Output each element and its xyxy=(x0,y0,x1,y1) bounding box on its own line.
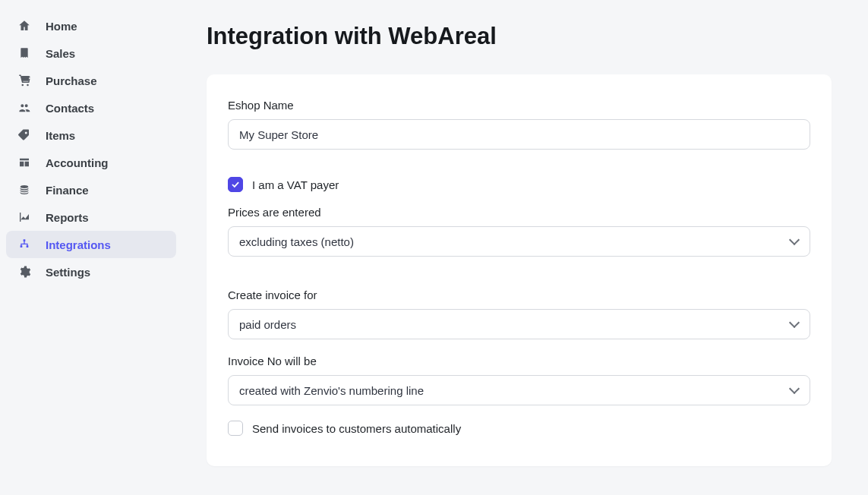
settings-card: Eshop Name I am a VAT payer Prices are e… xyxy=(207,74,832,466)
sidebar-item-items[interactable]: Items xyxy=(6,121,176,149)
sidebar-item-finance[interactable]: Finance xyxy=(6,176,176,203)
invoice-no-select[interactable]: created with Zenvio's numbering line xyxy=(228,375,810,405)
sidebar-item-reports[interactable]: Reports xyxy=(6,203,176,231)
coins-icon xyxy=(17,182,32,197)
sidebar-item-purchase[interactable]: Purchase xyxy=(6,67,176,94)
sidebar-item-label: Items xyxy=(46,129,75,142)
send-invoices-checkbox[interactable] xyxy=(228,421,243,436)
vat-payer-row[interactable]: I am a VAT payer xyxy=(228,177,810,192)
eshop-name-label: Eshop Name xyxy=(228,99,810,112)
eshop-name-group: Eshop Name xyxy=(228,99,810,150)
vat-payer-checkbox[interactable] xyxy=(228,177,243,192)
sidebar-item-home[interactable]: Home xyxy=(6,12,176,39)
sidebar-item-label: Purchase xyxy=(46,74,97,87)
sidebar: Home Sales Purchase Contacts Items xyxy=(0,0,176,495)
svg-point-0 xyxy=(21,84,24,87)
sidebar-item-label: Contacts xyxy=(46,102,94,115)
page-title: Integration with WebAreal xyxy=(207,23,832,50)
sidebar-item-label: Sales xyxy=(46,47,75,60)
send-invoices-label: Send invoices to customers automatically xyxy=(252,422,461,435)
columns-icon xyxy=(17,155,32,170)
create-invoice-select[interactable]: paid orders xyxy=(228,309,810,339)
prices-entered-label: Prices are entered xyxy=(228,206,810,219)
eshop-name-input[interactable] xyxy=(228,119,810,150)
svg-point-1 xyxy=(27,84,29,87)
sidebar-item-label: Accounting xyxy=(46,156,109,169)
create-invoice-group: Create invoice for paid orders xyxy=(228,288,810,339)
sidebar-item-settings[interactable]: Settings xyxy=(6,258,176,285)
prices-entered-group: Prices are entered excluding taxes (nett… xyxy=(228,206,810,257)
sidebar-item-label: Integrations xyxy=(46,238,111,251)
prices-entered-select[interactable]: excluding taxes (netto) xyxy=(228,226,810,257)
invoice-no-group: Invoice No will be created with Zenvio's… xyxy=(228,355,810,405)
cart-icon xyxy=(17,73,32,88)
vat-payer-label: I am a VAT payer xyxy=(252,178,339,191)
create-invoice-label: Create invoice for xyxy=(228,288,810,301)
sidebar-item-contacts[interactable]: Contacts xyxy=(6,94,176,121)
sidebar-item-accounting[interactable]: Accounting xyxy=(6,149,176,176)
main-content: Integration with WebAreal Eshop Name I a… xyxy=(176,0,868,495)
home-icon xyxy=(17,18,32,33)
receipt-icon xyxy=(17,46,32,61)
sidebar-item-label: Home xyxy=(46,20,77,33)
sidebar-item-sales[interactable]: Sales xyxy=(6,39,176,67)
send-invoices-row[interactable]: Send invoices to customers automatically xyxy=(228,421,810,436)
sidebar-item-label: Settings xyxy=(46,266,90,279)
sitemap-icon xyxy=(17,237,32,252)
contacts-icon xyxy=(17,100,32,115)
invoice-no-label: Invoice No will be xyxy=(228,355,810,367)
gear-icon xyxy=(17,264,32,279)
sidebar-item-label: Reports xyxy=(46,211,89,224)
sidebar-item-integrations[interactable]: Integrations xyxy=(6,231,176,258)
chart-icon xyxy=(17,210,32,225)
tags-icon xyxy=(17,128,32,143)
sidebar-item-label: Finance xyxy=(46,184,89,197)
